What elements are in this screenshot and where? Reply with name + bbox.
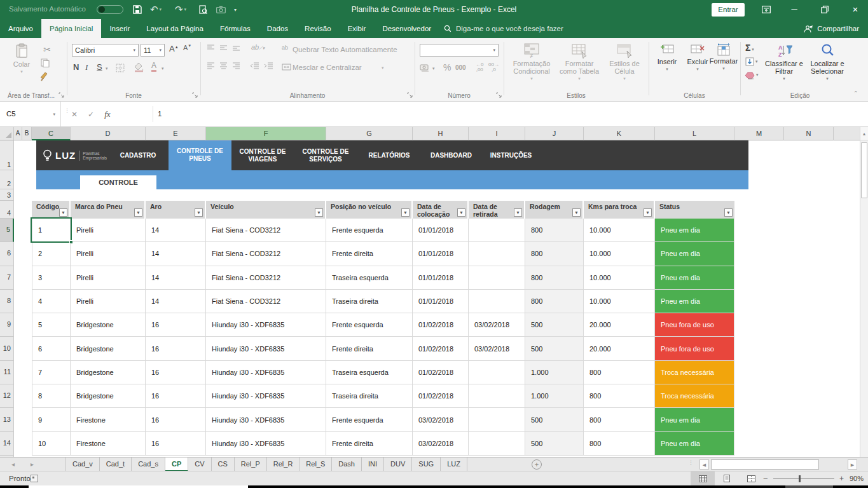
- ribbon-tab[interactable]: Página Inicial: [41, 19, 101, 38]
- cell-marca[interactable]: Pirelli: [71, 290, 146, 313]
- cell-kms-troca[interactable]: 800: [584, 432, 655, 456]
- row-header[interactable]: 3: [0, 189, 14, 201]
- filter-dropdown-icon[interactable]: ▼: [514, 208, 522, 217]
- cell-marca[interactable]: Pirelli: [71, 266, 146, 290]
- page-layout-view-button[interactable]: [715, 471, 739, 485]
- cell-rodagem[interactable]: 500: [525, 432, 584, 456]
- cell-marca[interactable]: Bridgestone: [71, 313, 146, 337]
- number-format-combo[interactable]: ▾: [420, 44, 499, 57]
- banner-tab[interactable]: CONTROLE DE PNEUS: [169, 140, 231, 189]
- cell-veiculo[interactable]: Hiunday i30 - XDF6835: [206, 313, 326, 337]
- row-header[interactable]: 9: [0, 313, 14, 337]
- cell-codigo[interactable]: 7: [32, 361, 71, 384]
- cell-kms-troca[interactable]: 20.000: [584, 313, 655, 337]
- align-right-icon[interactable]: [232, 62, 240, 69]
- cell-rodagem[interactable]: 800: [525, 242, 584, 266]
- cell-veiculo[interactable]: Fiat Siena - COD3212: [206, 242, 326, 266]
- cell-data-colocacao[interactable]: 01/02/2018: [413, 361, 469, 384]
- row-header[interactable]: 14: [0, 432, 14, 456]
- column-header[interactable]: C: [32, 127, 71, 140]
- cell-styles-button[interactable]: Estilos de Célula ▾: [604, 43, 645, 83]
- cell-marca[interactable]: Bridgestone: [71, 361, 146, 384]
- format-cells-button[interactable]: Formatar ▾: [707, 43, 740, 72]
- align-top-icon[interactable]: [207, 44, 215, 51]
- sheet-nav-left-icon[interactable]: ◂: [11, 458, 15, 471]
- cell-codigo[interactable]: 4: [32, 290, 71, 313]
- table-column-header[interactable]: Status▼: [655, 201, 734, 219]
- autosum-button[interactable]: Σ ▾: [745, 43, 754, 53]
- cell-veiculo[interactable]: Hiunday i30 - XDF6835: [206, 408, 326, 431]
- align-bottom-icon[interactable]: [232, 44, 240, 51]
- sheet-tab[interactable]: CP: [165, 458, 188, 471]
- column-header[interactable]: I: [469, 127, 525, 140]
- merge-center-button[interactable]: Mesclar e Centralizar: [293, 64, 362, 71]
- cell-data-colocacao[interactable]: 01/02/2018: [413, 313, 469, 337]
- cell-marca[interactable]: Firestone: [71, 408, 146, 431]
- column-header[interactable]: N: [784, 127, 834, 140]
- cell-kms-troca[interactable]: 10.000: [584, 242, 655, 266]
- banner-tab[interactable]: CONTROLE DE VIAGENS: [231, 140, 294, 170]
- share-button[interactable]: Compartilhar: [804, 19, 859, 38]
- add-sheet-button[interactable]: +: [532, 459, 542, 470]
- paste-button[interactable]: Colar ▾: [6, 43, 37, 76]
- cell-veiculo[interactable]: Hiunday i30 - XDF6835: [206, 337, 326, 360]
- cell-data-retirada[interactable]: [469, 384, 525, 408]
- sort-filter-button[interactable]: AZ Classificar e Filtrar ▾: [764, 43, 804, 83]
- font-name-combo[interactable]: Calibri▾: [72, 44, 139, 57]
- banner-tab[interactable]: RELATÓRIOS: [357, 140, 421, 170]
- bold-button[interactable]: N: [73, 62, 79, 72]
- cell-data-retirada[interactable]: [469, 242, 525, 266]
- status-badge[interactable]: Pneu em dia: [655, 242, 734, 266]
- cell-codigo[interactable]: 2: [32, 242, 71, 266]
- cell-rodagem[interactable]: 800: [525, 290, 584, 313]
- select-all-corner[interactable]: [0, 127, 14, 140]
- zoom-out-button[interactable]: −: [763, 471, 768, 485]
- filter-dropdown-icon[interactable]: ▼: [572, 208, 581, 217]
- cell-kms-troca[interactable]: 800: [584, 361, 655, 384]
- ribbon-tab[interactable]: Revisão: [296, 19, 340, 38]
- increase-decimal-button[interactable]: ←0,00: [476, 62, 483, 72]
- cell-rodagem[interactable]: 500: [525, 313, 584, 337]
- cell-data-colocacao[interactable]: 01/01/2018: [413, 242, 469, 266]
- ribbon-tab[interactable]: Dados: [259, 19, 296, 38]
- cell-posicao[interactable]: Traseira esquerda: [326, 266, 413, 290]
- cell-aro[interactable]: 16: [146, 384, 206, 408]
- tell-me-search[interactable]: Diga-me o que você deseja fazer: [444, 19, 563, 38]
- cell-codigo[interactable]: 8: [32, 384, 71, 408]
- column-header[interactable]: J: [525, 127, 584, 140]
- cell-rodagem[interactable]: 800: [525, 266, 584, 290]
- percent-style-button[interactable]: %: [443, 62, 451, 72]
- sheet-tab[interactable]: Dash: [332, 458, 362, 471]
- horizontal-scroll-thumb[interactable]: [711, 459, 819, 470]
- cell-codigo[interactable]: 3: [32, 266, 71, 290]
- zoom-level[interactable]: 90%: [850, 471, 864, 486]
- cell-data-colocacao[interactable]: 01/02/2018: [413, 384, 469, 408]
- column-header[interactable]: B: [22, 127, 32, 140]
- cell-data-colocacao[interactable]: 01/02/2018: [413, 337, 469, 360]
- cell-data-retirada[interactable]: 03/02/2018: [469, 313, 525, 337]
- font-dialog-launcher[interactable]: [192, 92, 198, 98]
- sheet-tab[interactable]: CS: [212, 458, 235, 471]
- column-header[interactable]: L: [655, 127, 734, 140]
- clear-button[interactable]: [745, 71, 755, 79]
- insert-cells-button[interactable]: Inserir ▾: [652, 44, 682, 73]
- cell-aro[interactable]: 16: [146, 313, 206, 337]
- cell-veiculo[interactable]: Fiat Siena - COD3212: [206, 219, 326, 242]
- cell-aro[interactable]: 16: [146, 408, 206, 431]
- scroll-right-icon[interactable]: ▶: [848, 459, 857, 470]
- status-badge[interactable]: Pneu em dia: [655, 290, 734, 313]
- cell-aro[interactable]: 16: [146, 361, 206, 384]
- row-header[interactable]: 6: [0, 242, 14, 266]
- table-column-header[interactable]: Posição no veículo▼: [326, 201, 413, 219]
- cell-aro[interactable]: 14: [146, 219, 206, 242]
- sheet-tab[interactable]: Rel_P: [235, 458, 267, 471]
- cell-posicao[interactable]: Traseira esquerda: [326, 361, 413, 384]
- number-dialog-launcher[interactable]: [496, 92, 502, 98]
- cell-data-colocacao[interactable]: 01/01/2018: [413, 290, 469, 313]
- cell-data-colocacao[interactable]: 03/02/2018: [413, 408, 469, 431]
- cell-codigo[interactable]: 5: [32, 313, 71, 337]
- decrease-font-button[interactable]: A▼: [183, 44, 191, 51]
- close-button[interactable]: ×: [843, 0, 868, 19]
- cell-kms-troca[interactable]: 10.000: [584, 219, 655, 242]
- fill-color-button[interactable]: [134, 62, 144, 72]
